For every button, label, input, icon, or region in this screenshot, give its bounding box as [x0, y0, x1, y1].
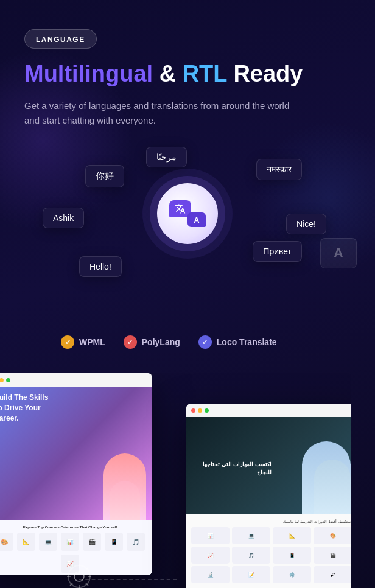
rtl-icon-3: 💻: [232, 527, 270, 544]
dot-green-rtl: [205, 408, 209, 413]
bubble-marhaban: مرحبًا: [146, 147, 187, 167]
translate-svg-icon: [175, 203, 186, 214]
loco-check-icon: ✓: [198, 335, 212, 349]
course-icon-6: 📱: [105, 533, 123, 551]
ltr-person-illustration: [103, 453, 146, 520]
sun-icon: [66, 563, 93, 588]
bubble-nihao: 你好: [85, 165, 124, 187]
rtl-icons-grid: 🎨 📐 💻 📊 🎬 📱 🎵 📈 🖌 ⚙️ 📝 🔬: [191, 527, 351, 583]
title-ready: Ready: [227, 61, 303, 86]
language-badge: LANGUAGE: [24, 29, 97, 49]
connector-sun: [66, 563, 93, 588]
polylang-check-icon: ✓: [124, 335, 137, 349]
rtl-icon-8: 📈: [191, 547, 230, 564]
rtl-icon-5: 🎬: [314, 547, 351, 564]
rtl-icon-4: 📊: [191, 527, 230, 544]
rtl-icon-10: ⚙️: [273, 566, 311, 583]
badge-label: LANGUAGE: [36, 35, 85, 44]
rtl-courses-title: استكشف أفضل الدورات التدريبية لما يناسبك: [191, 519, 351, 523]
bubble-namaste: नमस्कार: [256, 159, 302, 180]
bubble-ashik: Ashik: [43, 208, 84, 228]
svg-point-1: [74, 572, 84, 581]
title-multilingual: Multilingual: [24, 61, 153, 86]
course-icon-3: 💻: [39, 533, 57, 551]
rtl-courses-section: استكشف أفضل الدورات التدريبية لما يناسبك…: [186, 514, 351, 588]
dot-yellow-rtl: [198, 408, 202, 413]
wpml-label: WPML: [79, 337, 105, 347]
course-icon-5: 🎬: [83, 533, 101, 551]
translate-circle: A: [157, 183, 218, 244]
rtl-hero-section: اكتسب المهارات التي تحتاجها للنجاح: [186, 417, 351, 514]
course-icon-1: 🎨: [0, 533, 13, 551]
plugins-row: ✓ WPML ✓ PolyLang ✓ Loco Translate: [24, 335, 351, 349]
course-icon-2: 📐: [17, 533, 35, 551]
ltr-hero-text: Build The Skills To Drive Your Career.: [0, 393, 55, 423]
rtl-icon-9: 🖌: [314, 566, 351, 583]
deco-a-decoration: A: [320, 238, 357, 268]
title-rtl: RTL: [183, 61, 227, 86]
plugin-polylang: ✓ PolyLang: [124, 335, 180, 349]
page-wrapper: LANGUAGE Multilingual & RTL Ready Get a …: [0, 0, 375, 588]
screenshot-rtl: اكتسب المهارات التي تحتاجها للنجاح استكش…: [186, 404, 351, 588]
dot-green: [6, 378, 10, 382]
translation-visual: A 你好 مرحبًا नमस्कार Ashik Nice! Привет: [24, 147, 351, 317]
main-title: Multilingual & RTL Ready: [24, 61, 351, 88]
rtl-person-illustration: [302, 441, 351, 514]
ltr-hero-title: Build The Skills To Drive Your Career.: [0, 393, 48, 422]
rtl-icon-11: 📝: [232, 566, 270, 583]
dot-yellow: [0, 378, 4, 382]
browser-bar-ltr: [0, 373, 152, 387]
ltr-hero-section: Build The Skills To Drive Your Career.: [0, 387, 152, 520]
title-and: &: [153, 61, 183, 86]
connector-line: [79, 579, 177, 580]
rtl-hero-title: اكتسب المهارات التي تحتاجها للنجاح: [203, 461, 272, 476]
bubble-hello: Hello!: [79, 256, 122, 277]
rtl-icon-12: 🔬: [191, 566, 230, 583]
rtl-icon-6: 📱: [273, 547, 311, 564]
wpml-check-icon: ✓: [61, 335, 74, 349]
rtl-hero-text: اكتسب المهارات التي تحتاجها للنجاح: [192, 461, 272, 477]
course-icon-4: 📊: [61, 533, 79, 551]
content-area: LANGUAGE Multilingual & RTL Ready Get a …: [0, 0, 375, 349]
loco-translate-label: Loco Translate: [217, 337, 277, 347]
plugin-loco-translate: ✓ Loco Translate: [198, 335, 277, 349]
ltr-courses-title: Explore Top Courses Caterories That Chan…: [0, 525, 147, 529]
chat-bubble-2-icon: A: [188, 212, 206, 227]
subtitle: Get a variety of languages and translati…: [24, 99, 304, 129]
browser-bar-rtl: [186, 404, 351, 417]
dot-red-rtl: [191, 408, 195, 413]
bubble-privet: Привет: [253, 241, 302, 262]
rtl-icon-1: 🎨: [314, 527, 351, 544]
translate-icon-inner: A: [169, 200, 206, 227]
screenshot-ltr: Build The Skills To Drive Your Career. E…: [0, 373, 152, 575]
screenshots-section: Build The Skills To Drive Your Career. E…: [0, 373, 351, 588]
course-icon-7: 🎵: [127, 533, 145, 551]
rtl-icon-7: 🎵: [232, 547, 270, 564]
rtl-icon-2: 📐: [273, 527, 311, 544]
bubble-nice: Nice!: [286, 214, 326, 234]
polylang-label: PolyLang: [142, 337, 180, 347]
plugin-wpml: ✓ WPML: [61, 335, 105, 349]
